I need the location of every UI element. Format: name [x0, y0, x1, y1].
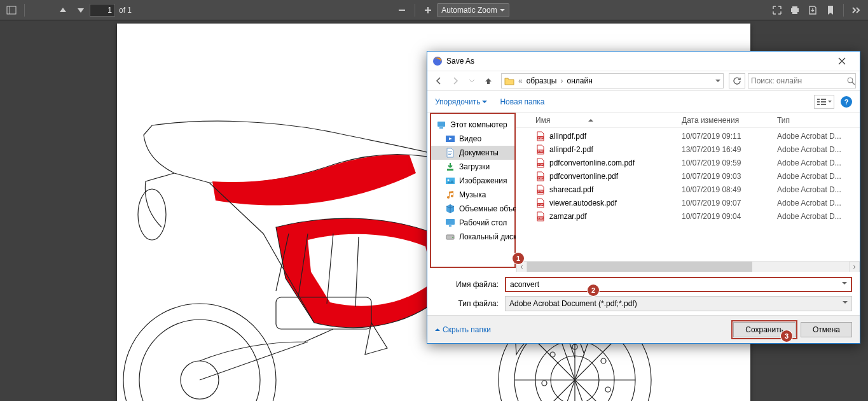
- tree-item[interactable]: Музыка: [431, 188, 514, 202]
- breadcrumb[interactable]: « образцы › онлайн: [501, 73, 724, 88]
- filetype-select[interactable]: Adobe Acrobat Document (*.pdf;*.pdf): [505, 296, 852, 311]
- search-field[interactable]: [751, 76, 846, 85]
- tree-item[interactable]: Локальный диск: [431, 230, 514, 244]
- file-row[interactable]: PDFallinpdf.pdf10/07/2019 09:11Adobe Acr…: [516, 129, 860, 143]
- page-down-icon[interactable]: [72, 1, 90, 19]
- svg-rect-42: [448, 154, 451, 155]
- separator: [415, 4, 415, 17]
- col-type[interactable]: Тип: [777, 116, 860, 125]
- file-row[interactable]: PDFallinpdf-2.pdf13/07/2019 16:49Adobe A…: [516, 143, 860, 156]
- pdf-file-icon: PDF: [535, 211, 546, 222]
- filename-input[interactable]: [505, 277, 852, 292]
- svg-rect-41: [448, 153, 452, 153]
- folder-icon: [504, 76, 514, 86]
- file-name: allinpdf-2.pdf: [549, 145, 682, 154]
- page-total-label: of 1: [119, 6, 132, 15]
- file-pane: Имя Дата изменения Тип PDFallinpdf.pdf10…: [516, 113, 860, 272]
- svg-point-26: [542, 381, 547, 386]
- col-date[interactable]: Дата изменения: [682, 116, 777, 125]
- tree-item[interactable]: Объемные объекты: [431, 202, 514, 216]
- page-number-input[interactable]: [90, 4, 115, 17]
- sidebar-toggle-icon[interactable]: [3, 1, 20, 19]
- view-mode-icon[interactable]: [814, 95, 834, 109]
- file-type: Adobe Acrobat D...: [777, 145, 860, 154]
- tree-item[interactable]: Этот компьютер: [431, 118, 514, 132]
- chevron-down-icon[interactable]: [842, 282, 847, 287]
- file-row[interactable]: PDFviewer.autodesk.pdf10/07/2019 09:07Ad…: [516, 196, 860, 209]
- cube-icon: [445, 204, 455, 214]
- download-icon: [445, 162, 455, 172]
- file-date: 10/07/2019 09:03: [682, 172, 777, 181]
- print-icon[interactable]: [786, 1, 804, 19]
- step-badge-2: 2: [588, 285, 599, 296]
- nav-forward-icon[interactable]: [448, 73, 463, 88]
- dialog-nav-bar: « образцы › онлайн: [427, 71, 860, 91]
- refresh-icon[interactable]: [729, 73, 745, 88]
- save-as-dialog: Save As « образцы › онлайн Упорядочить Н…: [427, 51, 860, 344]
- h-scrollbar[interactable]: ‹ ›: [516, 261, 860, 272]
- scroll-thumb[interactable]: [527, 262, 752, 272]
- file-row[interactable]: PDFpdfconvertonline.com.pdf10/07/2019 09…: [516, 156, 860, 169]
- pdf-file-icon: PDF: [535, 158, 546, 168]
- dialog-body: Этот компьютерВидеоДокументыЗагрузкиИзоб…: [427, 113, 860, 272]
- file-row[interactable]: PDFzamzar.pdf10/07/2019 09:04Adobe Acrob…: [516, 209, 860, 223]
- svg-text:PDF: PDF: [538, 163, 544, 166]
- bookmark-icon[interactable]: [822, 1, 839, 19]
- page-up-icon[interactable]: [54, 1, 72, 19]
- chevron-down-icon[interactable]: [843, 301, 848, 306]
- filename-field[interactable]: [510, 280, 842, 289]
- search-input[interactable]: [748, 73, 856, 88]
- download-icon[interactable]: [804, 1, 822, 19]
- tools-icon[interactable]: [848, 1, 865, 19]
- separator: [843, 4, 844, 17]
- svg-text:PDF: PDF: [538, 176, 544, 179]
- tree-item[interactable]: Документы: [431, 146, 514, 160]
- file-type: Adobe Acrobat D...: [777, 185, 860, 194]
- file-type: Adobe Acrobat D...: [777, 172, 860, 181]
- tree-item-label: Локальный диск: [459, 232, 516, 241]
- nav-recent-icon[interactable]: [464, 73, 479, 88]
- close-button[interactable]: [829, 52, 855, 71]
- sort-asc-icon[interactable]: [588, 116, 593, 122]
- hide-folders-toggle[interactable]: Скрыть папки: [435, 325, 491, 334]
- tree-item[interactable]: Видео: [431, 132, 514, 146]
- crumb-sep: «: [517, 76, 524, 85]
- tree-item-label: Рабочий стол: [459, 218, 507, 227]
- chevron-down-icon[interactable]: [715, 80, 720, 85]
- filetype-label: Тип файла:: [435, 299, 505, 308]
- help-icon[interactable]: ?: [841, 96, 852, 108]
- col-name[interactable]: Имя: [535, 116, 550, 125]
- separator: [24, 4, 25, 17]
- nav-back-icon[interactable]: [431, 73, 446, 88]
- scroll-right-icon[interactable]: ›: [849, 262, 860, 272]
- svg-rect-32: [817, 101, 820, 102]
- video-icon: [445, 134, 455, 144]
- file-type: Adobe Acrobat D...: [777, 212, 860, 221]
- file-row[interactable]: PDFpdfconvertonline.pdf10/07/2019 09:03A…: [516, 169, 860, 183]
- scroll-track[interactable]: [527, 262, 849, 272]
- zoom-select[interactable]: Automatic Zoom: [437, 3, 509, 17]
- tree-item-label: Музыка: [459, 190, 486, 199]
- cancel-button[interactable]: Отмена: [801, 322, 852, 337]
- presentation-icon[interactable]: [768, 1, 786, 19]
- file-date: 10/07/2019 08:49: [682, 185, 777, 194]
- pdf-toolbar: of 1 Automatic Zoom: [0, 0, 868, 20]
- file-row[interactable]: PDFsharecad.pdf10/07/2019 08:49Adobe Acr…: [516, 183, 860, 196]
- nav-up-icon[interactable]: [481, 73, 496, 88]
- zoom-in-icon[interactable]: [419, 1, 437, 19]
- svg-rect-40: [448, 151, 452, 152]
- file-date: 10/07/2019 09:07: [682, 199, 777, 208]
- tree-item[interactable]: Загрузки: [431, 160, 514, 174]
- zoom-out-icon[interactable]: [393, 1, 411, 19]
- step-badge-1: 1: [513, 253, 524, 264]
- new-folder-button[interactable]: Новая папка: [500, 97, 544, 106]
- file-type: Adobe Acrobat D...: [777, 199, 860, 208]
- tree-item[interactable]: Рабочий стол: [431, 216, 514, 230]
- svg-point-49: [452, 237, 453, 238]
- organize-menu[interactable]: Упорядочить: [435, 97, 487, 106]
- crumb-2[interactable]: онлайн: [567, 76, 592, 85]
- dialog-fields: Имя файла: Тип файла: Adobe Acrobat Docu…: [427, 272, 860, 315]
- crumb-1[interactable]: образцы: [527, 76, 557, 85]
- tree-item[interactable]: Изображения: [431, 174, 514, 188]
- file-date: 13/07/2019 16:49: [682, 145, 777, 154]
